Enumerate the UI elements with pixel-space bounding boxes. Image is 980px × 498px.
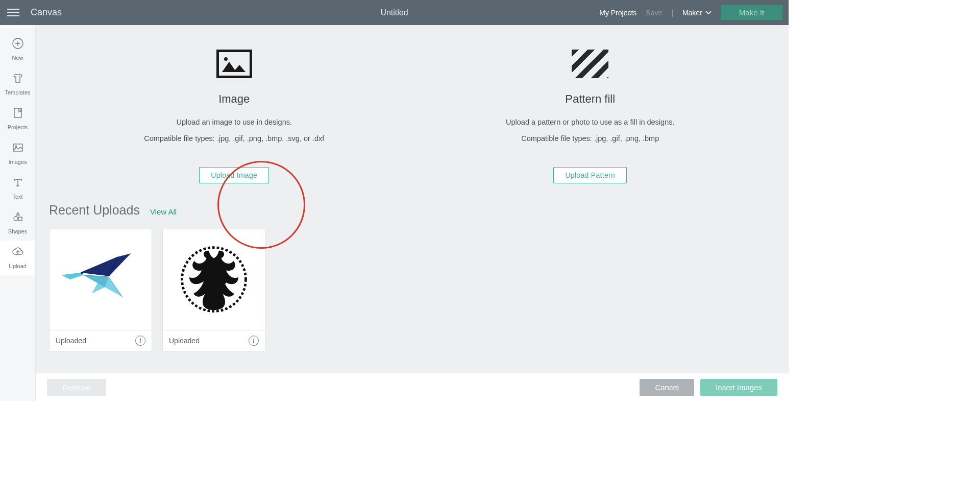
sidebar-item-label: Shapes [0, 228, 35, 234]
upload-card[interactable]: Uploaded i [49, 229, 152, 351]
info-icon[interactable]: i [135, 336, 145, 346]
chevron-down-icon [705, 10, 712, 16]
upload-image-button[interactable]: Upload Image [199, 167, 269, 183]
machine-label: Maker [682, 9, 702, 17]
sidebar-item-label: Templates [0, 89, 35, 96]
project-title[interactable]: Untitled [380, 8, 408, 17]
plus-circle-icon [12, 37, 24, 50]
upload-image-desc-2: Compatible file types: .jpg, .gif, .png,… [144, 133, 324, 145]
sidebar-item-label: New [0, 55, 35, 61]
sidebar-item-text[interactable]: Text [0, 171, 35, 206]
bookmark-page-icon [12, 107, 24, 119]
recent-uploads-heading: Recent Uploads [49, 203, 140, 218]
save-link: Save [646, 9, 662, 17]
pattern-stripes-icon [572, 50, 608, 78]
sidebar-item-label: Text [0, 194, 35, 200]
menu-icon[interactable] [6, 6, 20, 20]
sidebar-item-label: Images [0, 159, 35, 165]
svg-rect-3 [14, 108, 21, 117]
upload-card-label: Uploaded [169, 337, 200, 345]
upload-image-desc-1: Upload an image to use in designs. [176, 117, 292, 128]
sidebar-item-shapes[interactable]: Shapes [0, 206, 35, 241]
remove-button[interactable]: Remove [47, 379, 106, 396]
sidebar-item-upload[interactable]: Upload [0, 241, 35, 275]
upload-thumbnail [50, 229, 152, 330]
upload-pattern-button[interactable]: Upload Pattern [553, 167, 627, 183]
canvas-label[interactable]: Canvas [31, 7, 62, 18]
sidebar-item-label: Projects [0, 124, 35, 130]
bottom-bar: Remove Cancel Insert Images [36, 373, 789, 401]
recent-uploads-section: Recent Uploads View All [36, 197, 789, 367]
separator: | [671, 9, 673, 17]
my-projects-link[interactable]: My Projects [599, 9, 636, 17]
view-all-link[interactable]: View All [150, 207, 177, 216]
make-it-button[interactable]: Make It [721, 5, 782, 20]
cancel-button[interactable]: Cancel [640, 379, 694, 396]
image-icon [12, 141, 24, 154]
upload-image-column: Image Upload an image to use in designs.… [71, 50, 398, 183]
upload-card[interactable]: Uploaded i [162, 229, 265, 351]
upload-pattern-title: Pattern fill [565, 92, 615, 106]
info-icon[interactable]: i [249, 336, 259, 346]
machine-selector[interactable]: Maker [682, 9, 712, 17]
upload-card-label: Uploaded [56, 337, 86, 345]
left-sidebar: New Templates Projects Images Text Shape [0, 25, 36, 401]
upload-pattern-desc-2: Compatible file types: .jpg, .gif, .png,… [521, 133, 659, 145]
upload-pattern-column: Pattern fill Upload a pattern or photo t… [427, 50, 753, 183]
sidebar-item-label: Upload [0, 263, 35, 269]
upload-pattern-desc-1: Upload a pattern or photo to use as a fi… [506, 117, 674, 128]
upload-image-title: Image [218, 92, 250, 106]
hummingbird-icon [57, 245, 144, 314]
top-bar: Canvas Untitled My Projects Save | Maker… [0, 0, 789, 25]
upload-cloud-icon [12, 246, 24, 258]
sidebar-item-projects[interactable]: Projects [0, 102, 35, 136]
sidebar-item-templates[interactable]: Templates [0, 67, 35, 102]
sidebar-item-images[interactable]: Images [0, 136, 35, 171]
svg-point-5 [15, 146, 16, 148]
tshirt-icon [12, 72, 24, 84]
sidebar-item-new[interactable]: New [0, 32, 35, 67]
text-icon [12, 176, 24, 188]
tree-icon [173, 239, 255, 320]
upload-thumbnail [163, 229, 265, 330]
svg-point-6 [14, 217, 18, 221]
svg-rect-7 [18, 217, 22, 221]
image-frame-icon [216, 50, 252, 78]
main-panel: Image Upload an image to use in designs.… [36, 25, 789, 401]
app-root: Canvas Untitled My Projects Save | Maker… [0, 0, 789, 401]
insert-images-button[interactable]: Insert Images [700, 379, 777, 396]
shapes-icon [12, 211, 24, 223]
main-scroll[interactable]: Image Upload an image to use in designs.… [36, 25, 789, 373]
